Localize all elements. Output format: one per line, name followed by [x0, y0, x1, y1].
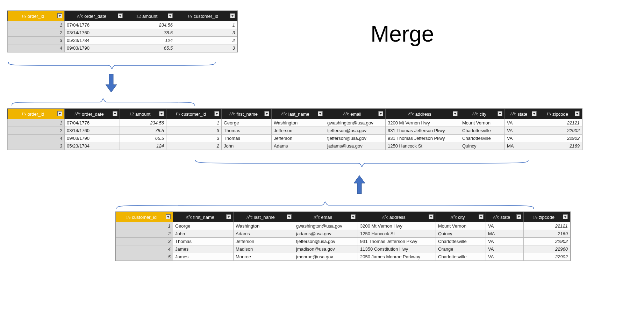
column-label: order_id — [28, 14, 44, 14]
text-type-icon: Aᴮc — [77, 14, 83, 14]
column-label: order_date — [84, 14, 106, 14]
filter-dropdown-icon[interactable] — [168, 13, 173, 14]
decimal-type-icon: 1.2 — [136, 14, 141, 14]
filter-dropdown-icon[interactable] — [230, 13, 235, 14]
filter-dropdown-icon[interactable] — [57, 13, 62, 14]
column-header-order_id[interactable]: 1²₃order_id — [8, 11, 65, 14]
column-header-customer_id[interactable]: 1²₃customer_id — [175, 11, 237, 14]
orders-table: 1²₃order_idAᴮcorder_date1.2amount1²₃cust… — [7, 10, 238, 14]
filter-dropdown-icon[interactable] — [118, 13, 123, 14]
int-type-icon: 1²₃ — [22, 14, 26, 14]
int-type-icon: 1²₃ — [188, 14, 192, 14]
column-header-order_date[interactable]: Aᴮcorder_date — [65, 11, 125, 14]
column-label: customer_id — [194, 14, 219, 14]
column-header-amount[interactable]: 1.2amount — [125, 11, 175, 14]
column-label: amount — [142, 14, 157, 14]
